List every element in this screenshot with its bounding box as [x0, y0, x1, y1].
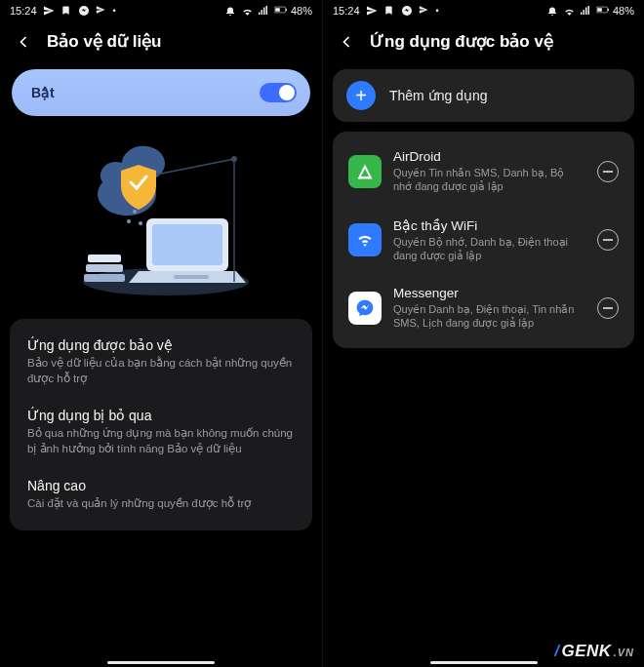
svg-rect-11	[88, 255, 121, 262]
status-time: 15:24	[333, 5, 360, 17]
watermark-brand: GENK	[562, 642, 612, 661]
page-title: Bảo vệ dữ liệu	[47, 31, 162, 52]
signal-icon	[580, 5, 591, 17]
svg-rect-3	[275, 8, 280, 12]
app-name: Bậc thầy WiFi	[393, 217, 585, 233]
wifi-master-icon	[348, 223, 382, 256]
messenger-icon	[401, 5, 413, 17]
item-subtitle: Bỏ qua những ứng dụng mà bạn không muốn …	[27, 426, 295, 456]
status-bar: 15:24 • 48%	[323, 0, 644, 21]
battery-icon	[596, 5, 608, 17]
wifi-icon	[241, 5, 253, 17]
battery-pct: 48%	[291, 5, 312, 17]
back-button[interactable]	[14, 32, 33, 52]
svg-rect-12	[86, 264, 123, 272]
dnd-icon	[546, 5, 558, 17]
remove-button[interactable]	[597, 161, 619, 182]
app-subtitle: Quyền Bộ nhớ, Danh bạ, Điện thoại đang đ…	[393, 235, 585, 263]
ignored-apps-item[interactable]: Ứng dụng bị bỏ qua Bỏ qua những ứng dụng…	[14, 397, 308, 467]
svg-point-6	[139, 221, 142, 225]
messenger-icon	[78, 5, 90, 17]
watermark: / GENK .VN	[554, 642, 634, 661]
header: Bảo vệ dữ liệu	[0, 21, 322, 65]
toggle-label: Bật	[31, 85, 55, 100]
bookmark-icon	[60, 5, 72, 17]
send-icon	[366, 5, 378, 17]
svg-rect-9	[152, 224, 222, 265]
dnd-icon	[224, 5, 236, 17]
apps-list: AirDroid Quyền Tin nhắn SMS, Danh bạ, Bộ…	[333, 132, 634, 348]
item-subtitle: Bảo vệ dữ liệu của bạn bằng cách bật nhữ…	[27, 356, 295, 386]
item-title: Ứng dụng bị bỏ qua	[27, 408, 295, 423]
send-small-icon	[419, 5, 430, 17]
pane-protected-apps: 15:24 • 48% Ứng dụng được bảo vệ +	[322, 0, 644, 667]
svg-line-15	[156, 159, 234, 175]
add-app-button[interactable]: + Thêm ứng dụng	[333, 69, 634, 122]
battery-pct: 48%	[613, 5, 634, 17]
illustration	[0, 126, 322, 311]
status-time: 15:24	[10, 5, 37, 17]
settings-card: Ứng dụng được bảo vệ Bảo vệ dữ liệu của …	[10, 319, 312, 530]
back-button[interactable]	[337, 32, 356, 52]
remove-button[interactable]	[597, 229, 619, 251]
item-subtitle: Cài đặt và quản lý những quyền được hỗ t…	[27, 496, 295, 512]
status-bar: 15:24 • 48%	[0, 0, 322, 21]
app-row-airdroid[interactable]: AirDroid Quyền Tin nhắn SMS, Danh bạ, Bộ…	[337, 137, 630, 206]
watermark-tld: .VN	[614, 647, 634, 658]
svg-point-16	[231, 156, 237, 162]
send-icon	[43, 5, 55, 17]
pane-data-protection: 15:24 • 48% Bảo vệ dữ liệu Bật	[0, 0, 322, 667]
item-title: Nâng cao	[27, 478, 295, 493]
wifi-icon	[563, 5, 575, 17]
dot-icon: •	[436, 6, 439, 16]
advanced-item[interactable]: Nâng cao Cài đặt và quản lý những quyền …	[14, 467, 308, 523]
app-subtitle: Quyền Tin nhắn SMS, Danh bạ, Bộ nhớ đang…	[393, 166, 585, 194]
airdroid-icon	[348, 155, 382, 188]
svg-rect-19	[608, 9, 609, 11]
page-title: Ứng dụng được bảo vệ	[370, 31, 553, 52]
master-toggle[interactable]: Bật	[12, 69, 310, 116]
header: Ứng dụng được bảo vệ	[323, 21, 644, 65]
svg-rect-13	[84, 274, 125, 282]
toggle-switch-on[interactable]	[260, 83, 297, 102]
svg-rect-20	[597, 8, 602, 12]
svg-point-5	[127, 219, 131, 223]
app-name: Messenger	[393, 286, 585, 300]
svg-rect-10	[174, 275, 209, 279]
home-indicator[interactable]	[430, 661, 538, 664]
send-small-icon	[96, 5, 107, 17]
svg-point-4	[133, 210, 137, 214]
protected-apps-item[interactable]: Ứng dụng được bảo vệ Bảo vệ dữ liệu của …	[14, 327, 308, 397]
item-title: Ứng dụng được bảo vệ	[27, 337, 295, 353]
svg-rect-2	[286, 9, 287, 11]
app-name: AirDroid	[393, 149, 585, 164]
bookmark-icon	[383, 5, 395, 17]
app-subtitle: Quyền Danh bạ, Điện thoại, Tin nhắn SMS,…	[393, 302, 585, 331]
remove-button[interactable]	[597, 297, 619, 319]
messenger-app-icon	[348, 292, 382, 325]
app-row-messenger[interactable]: Messenger Quyền Danh bạ, Điện thoại, Tin…	[337, 274, 630, 342]
add-app-label: Thêm ứng dụng	[389, 88, 488, 103]
plus-icon: +	[346, 81, 376, 110]
slash-icon: /	[554, 642, 559, 661]
signal-icon	[258, 5, 269, 17]
home-indicator[interactable]	[107, 661, 215, 664]
battery-icon	[274, 5, 286, 17]
dot-icon: •	[113, 6, 116, 16]
app-row-wifi-master[interactable]: Bậc thầy WiFi Quyền Bộ nhớ, Danh bạ, Điệ…	[337, 206, 630, 275]
